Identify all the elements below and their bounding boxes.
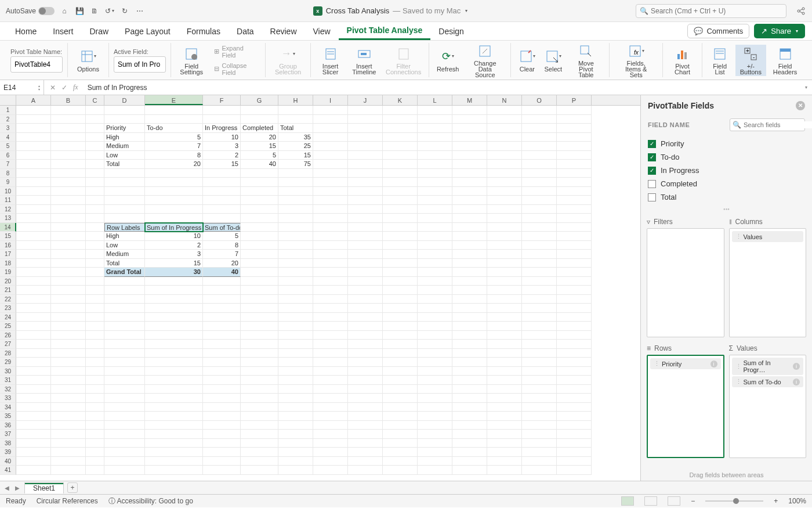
cell-P21[interactable] bbox=[557, 286, 592, 295]
row-header-14[interactable]: 14 bbox=[0, 223, 16, 232]
cell-G7[interactable]: 40 bbox=[241, 160, 278, 169]
cell-E5[interactable]: 7 bbox=[145, 142, 203, 151]
cell-B12[interactable] bbox=[51, 205, 86, 214]
cell-D23[interactable] bbox=[104, 304, 145, 313]
cell-I26[interactable] bbox=[313, 331, 348, 340]
row-header-35[interactable]: 35 bbox=[0, 412, 16, 421]
name-box[interactable]: E14 ▴▾ bbox=[0, 80, 44, 95]
cell-P29[interactable] bbox=[557, 358, 592, 367]
cell-H6[interactable]: 15 bbox=[278, 151, 313, 160]
cell-D34[interactable] bbox=[104, 403, 145, 412]
row-header-41[interactable]: 41 bbox=[0, 466, 16, 475]
cell-O16[interactable] bbox=[522, 241, 557, 250]
cell-F5[interactable]: 3 bbox=[203, 142, 241, 151]
cell-L2[interactable] bbox=[418, 115, 452, 124]
col-header-L[interactable]: L bbox=[418, 95, 452, 105]
cell-J30[interactable] bbox=[348, 367, 383, 376]
col-header-F[interactable]: F bbox=[203, 95, 241, 105]
field-item-total[interactable]: Total bbox=[648, 190, 805, 204]
cell-G10[interactable] bbox=[241, 187, 278, 196]
tab-home[interactable]: Home bbox=[7, 23, 45, 39]
fx-icon[interactable]: fx bbox=[73, 83, 78, 92]
cell-K32[interactable] bbox=[383, 385, 418, 394]
cell-N16[interactable] bbox=[487, 241, 522, 250]
cell-A14[interactable] bbox=[16, 223, 51, 232]
row-header-26[interactable]: 26 bbox=[0, 331, 16, 340]
cell-E13[interactable] bbox=[145, 214, 203, 223]
cell-B32[interactable] bbox=[51, 385, 86, 394]
row-header-32[interactable]: 32 bbox=[0, 385, 16, 394]
cell-N9[interactable] bbox=[487, 178, 522, 187]
cell-B40[interactable] bbox=[51, 457, 86, 466]
cell-E40[interactable] bbox=[145, 457, 203, 466]
cell-I11[interactable] bbox=[313, 196, 348, 205]
cell-J36[interactable] bbox=[348, 421, 383, 430]
row-header-12[interactable]: 12 bbox=[0, 205, 16, 214]
cell-J40[interactable] bbox=[348, 457, 383, 466]
col-header-N[interactable]: N bbox=[487, 95, 522, 105]
cell-D38[interactable] bbox=[104, 439, 145, 448]
select-all-corner[interactable] bbox=[0, 95, 16, 105]
cell-D3[interactable]: Priority bbox=[104, 124, 145, 133]
cell-E17[interactable]: 3 bbox=[145, 250, 203, 259]
cell-P22[interactable] bbox=[557, 295, 592, 304]
cell-D22[interactable] bbox=[104, 295, 145, 304]
cell-G40[interactable] bbox=[241, 457, 278, 466]
cell-C19[interactable] bbox=[86, 268, 104, 277]
cell-I38[interactable] bbox=[313, 439, 348, 448]
comments-button[interactable]: 💬 Comments bbox=[687, 24, 749, 38]
cell-G23[interactable] bbox=[241, 304, 278, 313]
tab-page-layout[interactable]: Page Layout bbox=[117, 23, 179, 39]
row-header-2[interactable]: 2 bbox=[0, 115, 16, 124]
cell-H8[interactable] bbox=[278, 169, 313, 178]
cell-L18[interactable] bbox=[418, 259, 452, 268]
info-icon[interactable]: i bbox=[793, 363, 800, 370]
view-page-layout-button[interactable] bbox=[644, 496, 657, 506]
cell-J27[interactable] bbox=[348, 340, 383, 349]
cell-I24[interactable] bbox=[313, 313, 348, 322]
cell-H22[interactable] bbox=[278, 295, 313, 304]
cell-B2[interactable] bbox=[51, 115, 86, 124]
cell-L39[interactable] bbox=[418, 448, 452, 457]
cell-E7[interactable]: 20 bbox=[145, 160, 203, 169]
cell-I6[interactable] bbox=[313, 151, 348, 160]
cell-L9[interactable] bbox=[418, 178, 452, 187]
cell-H20[interactable] bbox=[278, 277, 313, 286]
cell-M19[interactable] bbox=[452, 268, 487, 277]
cell-C5[interactable] bbox=[86, 142, 104, 151]
cell-I29[interactable] bbox=[313, 358, 348, 367]
cell-C2[interactable] bbox=[86, 115, 104, 124]
cell-O22[interactable] bbox=[522, 295, 557, 304]
cell-F26[interactable] bbox=[203, 331, 241, 340]
cell-B33[interactable] bbox=[51, 394, 86, 403]
cell-K41[interactable] bbox=[383, 466, 418, 475]
cell-D36[interactable] bbox=[104, 421, 145, 430]
sheet-tab-sheet1[interactable]: Sheet1 bbox=[24, 482, 64, 493]
cell-M20[interactable] bbox=[452, 277, 487, 286]
field-list-button[interactable]: Field List bbox=[707, 45, 733, 76]
cell-B31[interactable] bbox=[51, 376, 86, 385]
cell-C21[interactable] bbox=[86, 286, 104, 295]
row-header-30[interactable]: 30 bbox=[0, 367, 16, 376]
cell-L14[interactable] bbox=[418, 223, 452, 232]
cell-C15[interactable] bbox=[86, 232, 104, 241]
cell-N12[interactable] bbox=[487, 205, 522, 214]
zoom-out-button[interactable]: − bbox=[691, 497, 695, 505]
cell-L8[interactable] bbox=[418, 169, 452, 178]
cell-G1[interactable] bbox=[241, 106, 278, 115]
cell-G34[interactable] bbox=[241, 403, 278, 412]
cell-E15[interactable]: 10 bbox=[145, 232, 203, 241]
cell-O41[interactable] bbox=[522, 466, 557, 475]
cell-P38[interactable] bbox=[557, 439, 592, 448]
cell-I18[interactable] bbox=[313, 259, 348, 268]
cell-D14[interactable]: Row Labels▾ bbox=[104, 223, 145, 232]
cell-O18[interactable] bbox=[522, 259, 557, 268]
cell-C27[interactable] bbox=[86, 340, 104, 349]
cell-C41[interactable] bbox=[86, 466, 104, 475]
cell-O15[interactable] bbox=[522, 232, 557, 241]
cell-F2[interactable] bbox=[203, 115, 241, 124]
cell-B11[interactable] bbox=[51, 196, 86, 205]
cell-A3[interactable] bbox=[16, 124, 51, 133]
cell-L33[interactable] bbox=[418, 394, 452, 403]
cell-I41[interactable] bbox=[313, 466, 348, 475]
